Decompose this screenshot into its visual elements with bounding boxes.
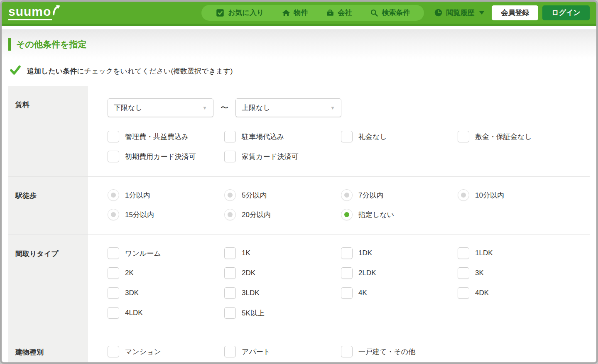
checkbox-2k[interactable]: 2K — [108, 267, 224, 279]
checkbox-initial-cost-card-ok[interactable]: 初期費用カード決済可 — [108, 151, 224, 162]
login-button[interactable]: ログイン — [542, 5, 590, 20]
nav-item-favorites[interactable]: お気に入り — [216, 8, 264, 17]
checkbox-icon — [108, 267, 119, 279]
option-label: 10分以内 — [475, 191, 504, 200]
option-label: 4K — [358, 289, 367, 297]
checkbox-2dk[interactable]: 2DK — [224, 267, 341, 279]
checkbox-mgmt-fee-included[interactable]: 管理費・共益費込み — [108, 131, 224, 142]
option-label: 2K — [125, 269, 134, 277]
checkbox-one-room[interactable]: ワンルーム — [108, 247, 224, 259]
checkbox-rent-card-ok[interactable]: 家賃カード決済可 — [224, 151, 341, 162]
row-content-floor-plan: ワンルーム 1K 1DK 1LDK 2K 2DK 2LDK 3K 3DK 3LD… — [88, 235, 590, 333]
checkbox-4k[interactable]: 4K — [341, 287, 458, 299]
rent-min-select[interactable]: 下限なし ▼ — [108, 98, 213, 117]
checkbox-5k-plus[interactable]: 5K以上 — [224, 307, 341, 319]
radio-walk-no-preference[interactable]: 指定しない — [341, 209, 458, 220]
checkbox-1k[interactable]: 1K — [224, 247, 341, 259]
checkbox-detached-other[interactable]: 一戸建て・その他 — [341, 346, 458, 357]
radio-walk-20min[interactable]: 20分以内 — [224, 209, 341, 220]
checkbox-1ldk[interactable]: 1LDK — [458, 247, 574, 259]
clock-icon — [434, 8, 443, 17]
option-label: 1分以内 — [125, 191, 150, 200]
rent-max-value: 上限なし — [242, 103, 270, 112]
rent-min-value: 下限なし — [114, 103, 142, 112]
row-label-rent: 賃料 — [8, 86, 88, 176]
radio-icon — [108, 189, 119, 201]
checkbox-mansion[interactable]: マンション — [108, 346, 224, 357]
checkbox-4ldk[interactable]: 4LDK — [108, 307, 224, 319]
station-walk-option-grid: 1分以内 5分以内 7分以内 10分以内 15分以内 20分以内 指定しない — [108, 189, 590, 220]
radio-walk-7min[interactable]: 7分以内 — [341, 189, 458, 201]
suumo-logo[interactable]: suumo — [8, 5, 61, 20]
checkbox-2ldk[interactable]: 2LDK — [341, 267, 458, 279]
row-content-rent: 下限なし ▼ 〜 上限なし ▼ 管理費・共益費込み 駐車場代込み 礼金なし 敷金… — [88, 86, 590, 176]
checkbox-icon — [108, 287, 119, 299]
checkbox-icon — [224, 267, 236, 279]
option-label: 指定しない — [358, 210, 394, 220]
conditions-form: 賃料 下限なし ▼ 〜 上限なし ▼ 管理費・共益費込み 駐車場代込み — [8, 86, 590, 364]
nav-item-search-conditions[interactable]: 検索条件 — [370, 8, 410, 17]
checkbox-icon — [108, 307, 119, 319]
checkbox-icon — [341, 247, 353, 259]
checkbox-3ldk[interactable]: 3LDK — [224, 287, 341, 299]
radio-icon — [224, 209, 236, 220]
option-label: ワンルーム — [125, 249, 161, 258]
checkbox-4dk[interactable]: 4DK — [458, 287, 574, 299]
checkbox-icon — [108, 131, 119, 142]
browsing-history-menu[interactable]: 閲覧履歴 — [434, 8, 484, 17]
row-station-walk: 駅徒歩 1分以内 5分以内 7分以内 10分以内 15分以内 20分以内 指定し… — [8, 176, 590, 235]
chevron-down-icon — [479, 11, 484, 15]
option-label: 2LDK — [358, 269, 376, 277]
radio-walk-10min[interactable]: 10分以内 — [458, 189, 574, 201]
search-icon — [370, 9, 378, 17]
checkbox-icon — [108, 247, 119, 259]
option-label: 2DK — [242, 269, 255, 277]
nav-item-label: 会社 — [338, 8, 352, 17]
row-rent: 賃料 下限なし ▼ 〜 上限なし ▼ 管理費・共益費込み 駐車場代込み — [8, 86, 590, 176]
building-type-option-grid: マンション アパート 一戸建て・その他 — [108, 346, 590, 357]
nav-item-label: 検索条件 — [382, 8, 410, 17]
radio-walk-15min[interactable]: 15分以内 — [108, 209, 224, 220]
check-icon — [10, 65, 21, 77]
checkbox-icon — [108, 151, 119, 162]
suumo-search-conditions-page: suumo お気に入り 物件 会社 — [0, 0, 598, 364]
instruction-text: 追加したい条件にチェックをいれてください(複数選択できます) — [10, 65, 596, 77]
select-caret-icon: ▼ — [202, 105, 207, 111]
option-label: 1DK — [358, 249, 372, 257]
nav-item-company[interactable]: 会社 — [326, 8, 352, 17]
row-content-station-walk: 1分以内 5分以内 7分以内 10分以内 15分以内 20分以内 指定しない — [88, 177, 590, 235]
row-label-building-type: 建物種別 — [8, 333, 88, 364]
checkbox-icon — [341, 131, 353, 142]
rent-option-grid: 管理費・共益費込み 駐車場代込み 礼金なし 敷金・保証金なし 初期費用カード決済… — [108, 131, 590, 162]
checkbox-no-key-money[interactable]: 礼金なし — [341, 131, 458, 142]
favorite-check-icon — [216, 8, 225, 17]
option-label: 4LDK — [125, 309, 143, 317]
radio-walk-5min[interactable]: 5分以内 — [224, 189, 341, 201]
nav-item-properties[interactable]: 物件 — [282, 8, 308, 17]
option-label: 5K以上 — [242, 308, 265, 318]
checkbox-3k[interactable]: 3K — [458, 267, 574, 279]
radio-walk-1min[interactable]: 1分以内 — [108, 189, 224, 201]
checkbox-icon — [224, 131, 236, 142]
row-label-floor-plan: 間取りタイプ — [8, 235, 88, 333]
row-building-type: 建物種別 マンション アパート 一戸建て・その他 — [8, 333, 590, 364]
rent-max-select[interactable]: 上限なし ▼ — [235, 98, 341, 117]
checkbox-3dk[interactable]: 3DK — [108, 287, 224, 299]
suumo-logo-arrow-icon — [53, 5, 61, 17]
radio-icon — [458, 189, 469, 201]
option-label: アパート — [242, 347, 270, 357]
option-label: 4DK — [475, 289, 489, 297]
instruction-bold: 追加したい条件 — [27, 67, 77, 75]
radio-icon — [341, 189, 353, 201]
checkbox-1dk[interactable]: 1DK — [341, 247, 458, 259]
title-band: その他条件を指定 — [2, 29, 596, 59]
checkbox-apartment[interactable]: アパート — [224, 346, 341, 357]
checkbox-no-deposit-guarantee[interactable]: 敷金・保証金なし — [458, 131, 574, 142]
company-icon — [326, 9, 334, 17]
checkbox-icon — [224, 346, 236, 357]
instruction-rest: にチェックをいれてください(複数選択できます) — [77, 67, 233, 75]
option-label: 7分以内 — [358, 191, 383, 200]
site-header: suumo お気に入り 物件 会社 — [2, 2, 596, 26]
checkbox-parking-included[interactable]: 駐車場代込み — [224, 131, 341, 142]
register-button[interactable]: 会員登録 — [492, 5, 538, 20]
